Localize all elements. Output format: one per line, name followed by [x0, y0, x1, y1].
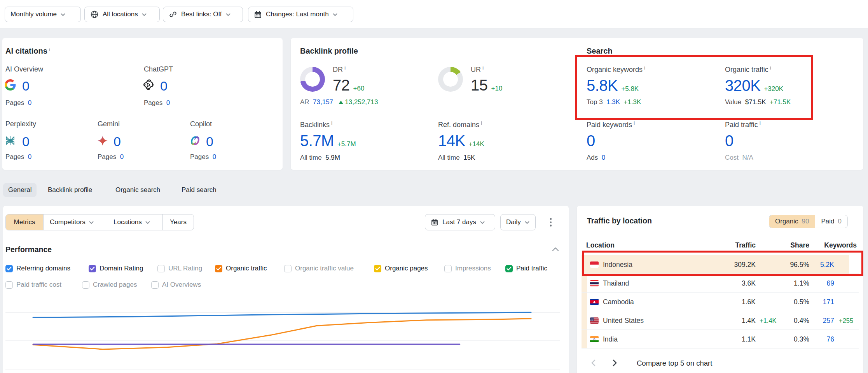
organic-traffic-label: Organic traffici — [725, 65, 771, 74]
dr-change: +60 — [353, 85, 365, 92]
compare-top5-button[interactable]: Compare top 5 on chart — [637, 359, 712, 368]
checkbox-paid-traffic[interactable]: Paid traffic — [505, 265, 547, 272]
location-name[interactable]: Cambodia — [603, 298, 634, 306]
top3-value-link[interactable]: 1.3K — [606, 98, 620, 106]
segment-competitors[interactable]: Competitors — [43, 214, 107, 230]
segment-metrics[interactable]: Metrics — [6, 214, 43, 230]
changes-period-label: Changes: Last month — [266, 10, 329, 18]
organic-keywords-value[interactable]: 5.8K — [587, 77, 618, 94]
collapse-chevron-up-icon[interactable] — [552, 246, 559, 252]
tab-general[interactable]: General — [3, 183, 37, 197]
locations-filter-label: All locations — [103, 10, 138, 18]
ur-value-row: 15+10 — [471, 77, 502, 94]
performance-chart[interactable] — [3, 303, 566, 373]
search-title: Search — [587, 47, 613, 55]
checkbox-organic-traffic-value[interactable]: Organic traffic value — [284, 265, 354, 272]
chevron-down-icon — [145, 221, 150, 224]
best-links-label: Best links: Off — [181, 10, 222, 18]
info-icon[interactable]: i — [482, 65, 484, 71]
checkbox-organic-traffic[interactable]: Organic traffic — [215, 265, 267, 272]
chevron-down-icon — [525, 221, 529, 224]
keywords-link[interactable]: 76 — [799, 335, 834, 343]
chart-gridlines — [5, 312, 560, 369]
toggle-paid[interactable]: Paid0 — [815, 215, 847, 228]
copilot-icon — [190, 135, 201, 148]
more-options-kebab-menu[interactable] — [546, 214, 555, 230]
dr-value: 72 — [333, 77, 350, 94]
organic-paid-toggle: Organic90 Paid0 — [769, 215, 848, 228]
checkbox-referring-domains[interactable]: Referring domains — [5, 265, 70, 272]
checkbox-domain-rating[interactable]: Domain Rating — [89, 265, 143, 272]
pages-count-link[interactable]: 0 — [28, 153, 31, 160]
chatgpt-label: ChatGPT — [144, 65, 173, 73]
segment-locations[interactable]: Locations — [107, 214, 162, 230]
pages-count-link[interactable]: 0 — [213, 153, 216, 160]
traffic-by-location-title: Traffic by location — [587, 216, 652, 225]
ads-value-link[interactable]: 0 — [602, 154, 605, 161]
location-name[interactable]: Thailand — [603, 279, 629, 288]
card-section-divider — [579, 46, 579, 162]
toggle-organic[interactable]: Organic90 — [769, 215, 815, 228]
column-header-share[interactable]: Share — [751, 241, 809, 249]
info-icon[interactable]: i — [49, 47, 50, 52]
info-icon[interactable]: i — [481, 120, 482, 126]
next-page-button[interactable] — [610, 358, 619, 369]
best-links-dropdown[interactable]: Best links: Off — [163, 7, 243, 22]
info-icon[interactable]: i — [644, 65, 645, 71]
copilot-value: 0 — [206, 134, 213, 149]
chevron-down-icon — [480, 221, 485, 224]
pages-count-link[interactable]: 0 — [120, 153, 124, 160]
info-icon[interactable]: i — [344, 65, 346, 71]
checkbox-paid-traffic-cost[interactable]: Paid traffic cost — [5, 281, 61, 289]
date-range-dropdown[interactable]: Last 7 days — [425, 214, 495, 230]
keywords-link[interactable]: 171 — [799, 298, 834, 306]
pages-count-link[interactable]: 0 — [28, 99, 31, 106]
info-icon[interactable]: i — [634, 120, 635, 126]
organic-traffic-value[interactable]: 320K — [725, 77, 760, 94]
backlinks-change: +5.7M — [337, 140, 356, 148]
monthly-volume-dropdown[interactable]: Monthly volume — [5, 7, 81, 22]
ar-change: 13,252,713 — [339, 98, 378, 106]
copilot-pages: Pages 0 — [190, 153, 216, 161]
info-icon[interactable]: i — [770, 65, 771, 71]
checkbox-ai-overviews[interactable]: AI Overviews — [151, 281, 201, 289]
chevron-down-icon — [333, 13, 337, 16]
segment-years[interactable]: Years — [162, 214, 194, 230]
organic-keywords-label: Organic keywordsi — [587, 65, 645, 74]
location-name[interactable]: United States — [603, 317, 644, 325]
info-icon[interactable]: i — [760, 120, 761, 126]
ar-value-link[interactable]: 73,157 — [313, 98, 333, 106]
column-header-keywords[interactable]: Keywords — [818, 241, 857, 249]
chart-series-lines — [33, 312, 531, 349]
chevron-down-icon — [226, 13, 231, 16]
checkbox-url-rating[interactable]: URL Rating — [157, 265, 202, 272]
locations-filter-dropdown[interactable]: All locations — [84, 7, 160, 22]
chatgpt-icon — [143, 79, 154, 92]
previous-page-button[interactable] — [589, 358, 598, 369]
tab-organic-search[interactable]: Organic search — [110, 183, 165, 197]
column-header-traffic[interactable]: Traffic — [678, 241, 756, 249]
location-name[interactable]: Indonesia — [603, 261, 632, 269]
checkbox-organic-pages[interactable]: Organic pages — [374, 265, 428, 272]
location-name[interactable]: India — [603, 335, 618, 343]
organic-traffic-value-row: 320K+320K — [725, 77, 783, 94]
paid-traffic-value-row: 0 — [725, 132, 734, 150]
google-icon — [5, 79, 16, 92]
backlinks-value[interactable]: 5.7M — [300, 132, 334, 149]
keywords-link[interactable]: 5.2K — [799, 261, 834, 269]
ai-overview-pages: Pages 0 — [5, 99, 31, 107]
info-icon[interactable]: i — [331, 120, 332, 126]
ref-domains-value[interactable]: 14K — [438, 132, 465, 149]
pages-count-link[interactable]: 0 — [166, 99, 170, 106]
checkbox-crawled-pages[interactable]: Crawled pages — [82, 281, 137, 289]
checkbox-impressions[interactable]: Impressions — [444, 265, 491, 272]
tab-paid-search[interactable]: Paid search — [176, 183, 222, 197]
granularity-dropdown[interactable]: Daily — [500, 214, 536, 230]
keywords-link[interactable]: 257 — [799, 317, 834, 325]
paid-keywords-value: 0 — [587, 132, 595, 149]
column-header-location[interactable]: Location — [586, 241, 615, 249]
keywords-link[interactable]: 69 — [799, 279, 834, 288]
flag-india-icon — [590, 336, 599, 342]
changes-period-dropdown[interactable]: Changes: Last month — [248, 7, 353, 22]
tab-backlink-profile[interactable]: Backlink profile — [43, 183, 97, 197]
